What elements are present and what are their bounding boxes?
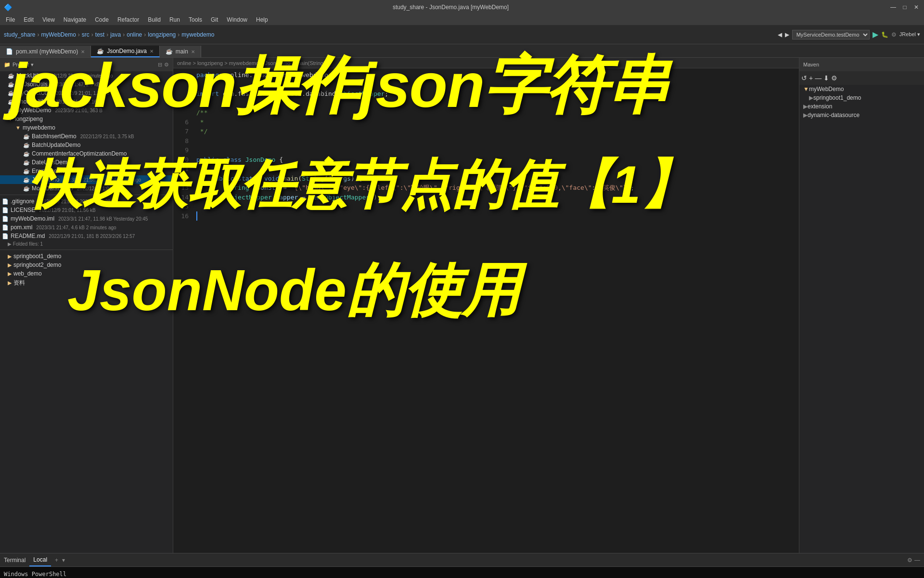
tree-folder-longzipeng[interactable]: ▼ longzipeng [0,115,173,123]
tree-item-dateutilsdemo[interactable]: ☕ DateUtilsDemo [0,158,173,167]
sidebar-dropdown-icon[interactable]: ▾ [31,62,34,68]
java-file-icon: ☕ [23,168,30,174]
java-file-icon: ☕ [23,142,30,148]
maven-project-name: extension [808,103,832,110]
run-config-select[interactable]: MyServiceDemo.testDemo [792,30,870,39]
breadcrumb-test[interactable]: test [95,31,104,38]
maven-item-extension[interactable]: ▶ extension [799,102,924,111]
menu-refactor[interactable]: Refactor [114,15,143,24]
java-file-icon: ☕ [23,151,30,157]
breadcrumb-online[interactable]: online [127,31,142,38]
terminal-minimize-btn[interactable]: — [914,557,920,564]
folder-icon: ▶ [8,280,12,286]
folder-icon: ▶ [803,112,808,118]
close-button[interactable]: ✕ [912,3,920,11]
debug-btn[interactable]: 🐛 [881,31,888,38]
navigate-back-btn[interactable]: ◀ [778,31,782,38]
breadcrumb-mywebdemo2[interactable]: mywebdemo [181,31,214,38]
tree-item-jsondemo[interactable]: ☕ JsonDemo 2023/3/1 21:56, 468 B Moments… [0,175,173,184]
menu-file[interactable]: File [2,15,19,24]
maven-add-btn[interactable]: + [809,74,813,82]
tree-file-mywebdemo-iml[interactable]: 📄 myWebDemo.iml 2023/3/1 21:47, 11.98 kB… [0,214,173,223]
tab-main[interactable]: ☕ main ✕ [160,46,201,57]
menu-view[interactable]: View [38,15,59,24]
tree-folder-mywebdemo[interactable]: ▼ mywebdemo [0,123,173,132]
tree-item-myjsonutils[interactable]: ☕ MyJsonUtils 2023/3/1 21:47, 2.5 kB [0,80,173,89]
menu-window[interactable]: Window [223,15,251,24]
terminal-settings-btn[interactable]: ⚙ [907,557,912,564]
tab-jsondemo[interactable]: ☕ JsonDemo.java ✕ [91,46,160,57]
maven-minus-btn[interactable]: — [815,74,821,82]
tree-item-commentinterface[interactable]: ☕ CommentInterfaceOptimizationDemo [0,149,173,158]
terminal-add-tab-btn[interactable]: + [55,557,58,564]
terminal-tab-local[interactable]: Local [29,553,51,566]
menu-build[interactable]: Build [144,15,165,24]
menu-tools[interactable]: Tools [185,15,206,24]
code-line: public static void main(String[] args) { [196,174,795,184]
menu-code[interactable]: Code [91,15,113,24]
menu-navigate[interactable]: Navigate [60,15,90,24]
sidebar-collapse-btn[interactable]: ⊟ [158,62,162,68]
breadcrumb: study_share › myWebDemo › src › test › j… [4,31,214,38]
readme-icon: 📄 [2,233,9,239]
code-line [196,99,795,108]
tree-item-myobjectutils[interactable]: ☕ MyObjectUtils 2022/12/9 21:01, 1.71 kB [0,89,173,97]
minimize-button[interactable]: — [889,3,897,11]
menu-git[interactable]: Git [207,15,222,24]
tree-file-license[interactable]: 📄 LICENSE 2022/12/9 21:01, 11.56 kB [0,206,173,214]
tree-file-gitignore[interactable]: 📄 .gitignore 2022/12/9 21:01, 8 2022/12/… [0,197,173,206]
breadcrumb-src[interactable]: src [82,31,90,38]
sidebar-title: Project [13,62,29,67]
tree-folded-files[interactable]: ▶ Folded files: 1 [0,240,173,248]
breadcrumb-longzipeng[interactable]: longzipeng [148,31,176,38]
breadcrumb-mywebdemo[interactable]: myWebDemo [41,31,76,38]
tree-item-batchupdatedemo[interactable]: ☕ BatchUpdateDemo [0,141,173,149]
code-line: * [196,118,795,127]
tab-main-close[interactable]: ✕ [191,49,195,54]
tree-folder-ziliao[interactable]: ▶ 资料 [0,278,173,288]
tree-item-enumsdemo[interactable]: ☕ EnumsDemo [0,167,173,175]
tab-jsondemo-close[interactable]: ✕ [150,49,154,54]
code-editor[interactable]: 6 7 8 9 10 11 12 13 14 15 16 package onl… [173,68,799,553]
tree-folder-webdemo[interactable]: ▶ web_demo [0,269,173,278]
tree-item-shortidutils[interactable]: ☕ ShortIdUtils 2022/12/9 21:01, 3.16 kB [0,97,173,106]
tab-pom-xml-close[interactable]: ✕ [81,49,85,54]
java-file-icon: ☕ [8,73,14,79]
menu-edit[interactable]: Edit [20,15,38,24]
maven-title: Maven [803,62,819,67]
maven-item-mywebdemo[interactable]: ▼ myWebDemo [799,85,924,93]
tree-folder-springboot2[interactable]: ▶ springboot2_demo [0,261,173,269]
breadcrumb-study-share[interactable]: study_share [4,31,35,38]
tab-pom-xml[interactable]: 📄 pom.xml (myWebDemo) ✕ [0,46,91,57]
code-line [196,136,795,146]
maven-reload-btn[interactable]: ↺ [801,74,807,82]
menu-run[interactable]: Run [166,15,184,24]
terminal-body[interactable]: Windows PowerShell 版权所有（C）Microsoft Co 安… [0,567,924,578]
maven-item-dynamic-datasource[interactable]: ▶ dynamic-datasource [799,111,924,119]
java-file-icon: ☕ [23,159,30,166]
settings-btn[interactable]: ⚙ [891,31,897,38]
maven-item-springboot1[interactable]: ▶ springboot1_demo [799,93,924,102]
run-btn[interactable]: ▶ [873,30,878,39]
code-content[interactable]: package online.longzipeng.mywebdemo; imp… [192,68,799,553]
maven-settings-btn[interactable]: ⚙ [831,74,837,82]
menu-help[interactable]: Help [252,15,272,24]
terminal-dropdown-btn[interactable]: ▾ [62,557,65,564]
tree-item-mockdatademo[interactable]: ☕ MockDataDemo 2022/12/9 21:01 [0,184,173,193]
tree-file-pom-xml[interactable]: 📄 pom.xml 2023/3/1 21:47, 4.6 kB 2 minut… [0,223,173,232]
code-line: */ [196,127,795,136]
tree-item-mockutils[interactable]: ☕ MockUtils 2022/12/9 21:01, 5 minutes a… [0,71,173,80]
tree-item-batchinsertdemo[interactable]: ☕ BatchInsertDemo 2022/12/9 21:01, 3.75 … [0,132,173,141]
tree-item-mywebdemo[interactable]: ☕ MyWebDemo 2023/3/9 21:01, 363 B [0,106,173,115]
breadcrumb-java[interactable]: java [110,31,121,38]
code-line [196,145,795,155]
tree-folder-springboot1[interactable]: ▶ springboot1_demo [0,252,173,261]
main-layout: 📁 Project ▾ ⊟ ⚙ ☕ MockUtils 2022/12/9 21… [0,58,924,553]
navigate-forward-btn[interactable]: ▶ [785,31,789,38]
code-line [196,164,795,174]
maven-download-btn[interactable]: ⬇ [823,74,829,82]
sidebar-settings-btn[interactable]: ⚙ [164,62,169,68]
maximize-button[interactable]: □ [901,3,909,11]
tree-file-readme[interactable]: 📄 README.md 2022/12/9 21:01, 181 B 2023/… [0,232,173,240]
code-breadcrumb-text: online > longzipeng > mywebdemo > JsonDe… [177,60,328,66]
